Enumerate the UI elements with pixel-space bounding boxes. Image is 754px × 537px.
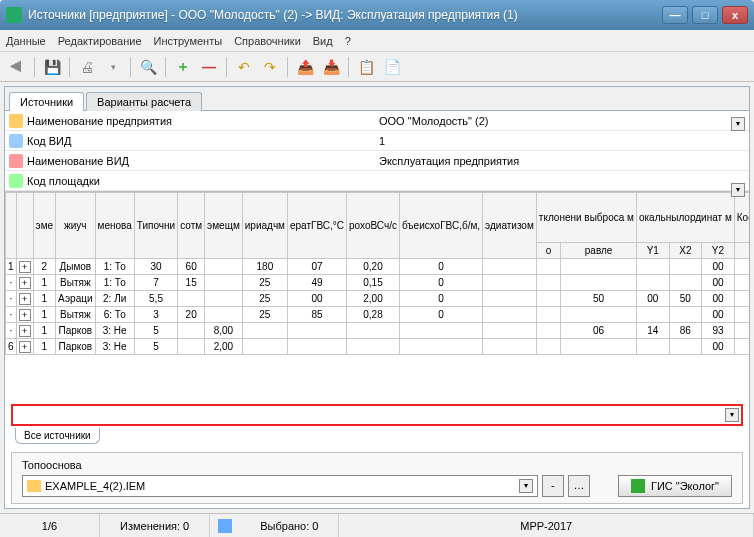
paste-button[interactable]: 📄: [381, 56, 403, 78]
col-local[interactable]: окальнылординат м: [636, 193, 734, 243]
gis-label: ГИС "Эколог": [651, 480, 719, 492]
gis-icon: [631, 479, 645, 493]
redo-button[interactable]: ↷: [259, 56, 281, 78]
enterprise-dropdown[interactable]: ▾: [731, 117, 745, 131]
enterprise-name-value: ООО "Молодость" (2): [379, 115, 488, 127]
site-icon: [9, 174, 23, 188]
folder-icon: [9, 114, 23, 128]
col-zhi[interactable]: жиуч: [56, 193, 95, 259]
menu-help[interactable]: ?: [345, 35, 351, 47]
close-button[interactable]: x: [722, 6, 748, 24]
col-h[interactable]: сотм: [178, 193, 205, 259]
col-num[interactable]: эме: [33, 193, 56, 259]
code-vid-value: 1: [379, 135, 385, 147]
enterprise-name-label: Наименование предприятия: [27, 115, 172, 127]
expand-icon[interactable]: +: [19, 277, 31, 289]
minimize-button[interactable]: —: [662, 6, 688, 24]
col-w[interactable]: ириадчм: [242, 193, 287, 259]
status-position: 1/6: [0, 514, 100, 537]
tab-variants[interactable]: Варианты расчета: [86, 92, 202, 111]
col-type[interactable]: Типочни: [134, 193, 177, 259]
table-row[interactable]: ·+1Парков3: Не58,00061486930614861рас950…: [6, 323, 750, 339]
import-button[interactable]: 📥: [320, 56, 342, 78]
statusbar: 1/6 Изменения: 0 Выбрано: 0 МРР-2017: [0, 513, 754, 537]
footer-panel: Топооснова EXAMPLE_4(2).IEM ▾ - … ГИС "Э…: [11, 452, 743, 504]
main-tabs: Источники Варианты расчета: [5, 87, 749, 111]
status-selected: Выбрано: 0: [240, 514, 339, 537]
expand-icon[interactable]: +: [19, 325, 31, 337]
menu-edit[interactable]: Редактирование: [58, 35, 142, 47]
col-exp[interactable]: [16, 193, 33, 259]
save-button[interactable]: 💾: [41, 56, 63, 78]
col-deviation[interactable]: тклонени выброса м: [536, 193, 636, 243]
topo-label: Топооснова: [22, 459, 732, 471]
menu-refs[interactable]: Справочники: [234, 35, 301, 47]
content-area: Источники Варианты расчета Наименование …: [4, 86, 750, 509]
remove-button[interactable]: —: [198, 56, 220, 78]
table-row[interactable]: 1+2Дымов1: То3060180070,20000001рас01455…: [6, 259, 750, 275]
col-d[interactable]: эмещм: [205, 193, 243, 259]
bottom-tabs: Все источники: [5, 428, 749, 448]
col-row[interactable]: [6, 193, 17, 259]
table-row[interactable]: ·+1Аэраци2: Ли5,525002,00050005000505000…: [6, 291, 750, 307]
table-row[interactable]: ·+1Вытяж1: То71525490,15000001рас3490501…: [6, 275, 750, 291]
add-button[interactable]: ＋: [172, 56, 194, 78]
print-dropdown[interactable]: ▾: [102, 56, 124, 78]
titlebar: Источники [предприятие] - ООО "Молодость…: [0, 0, 754, 30]
search-button[interactable]: 🔍: [137, 56, 159, 78]
folder-icon: [27, 480, 41, 492]
expand-icon[interactable]: +: [19, 341, 31, 353]
data-grid[interactable]: эме жиуч менова Типочни сотм эмещм ириад…: [5, 191, 749, 402]
maximize-button[interactable]: □: [692, 6, 718, 24]
menu-data[interactable]: Данные: [6, 35, 46, 47]
file-input[interactable]: EXAMPLE_4(2).IEM ▾: [22, 475, 538, 497]
vid-name-value: Эксплуатация предприятия: [379, 155, 519, 167]
col-t[interactable]: ератГВС,°С: [287, 193, 346, 259]
col-name[interactable]: менова: [95, 193, 134, 259]
col-a[interactable]: эдиатизом: [483, 193, 537, 259]
app-window: Источники [предприятие] - ООО "Молодость…: [0, 0, 754, 537]
name-icon: [9, 154, 23, 168]
gis-button[interactable]: ГИС "Эколог": [618, 475, 732, 497]
tab-all-sources[interactable]: Все источники: [15, 428, 100, 444]
status-icon: [218, 519, 232, 533]
tab-sources[interactable]: Источники: [9, 92, 84, 111]
app-icon: [6, 7, 22, 23]
print-button[interactable]: 🖨: [76, 56, 98, 78]
filter-bar[interactable]: ▾: [11, 404, 743, 426]
menu-tools[interactable]: Инструменты: [154, 35, 223, 47]
table-row[interactable]: 6+1Парков3: Не52,00000000001рас950550950…: [6, 339, 750, 355]
expand-icon[interactable]: +: [19, 309, 31, 321]
site-dropdown[interactable]: ▾: [731, 183, 745, 197]
code-vid-label: Код ВИД: [27, 135, 71, 147]
code-icon: [9, 134, 23, 148]
col-q[interactable]: бъеисхоГВС,б/м,: [399, 193, 482, 259]
toolbar: ⯇ 💾 🖨 ▾ 🔍 ＋ — ↶ ↷ 📤 📥 📋 📄: [0, 52, 754, 82]
expand-icon[interactable]: +: [19, 293, 31, 305]
window-title: Источники [предприятие] - ООО "Молодость…: [28, 8, 662, 22]
status-changes: Изменения: 0: [100, 514, 210, 537]
vid-name-label: Наименование ВИД: [27, 155, 129, 167]
site-code-label: Код площадки: [27, 175, 100, 187]
expand-icon[interactable]: +: [19, 261, 31, 273]
status-mrr: МРР-2017: [339, 514, 754, 537]
col-coords[interactable]: Координаты в основной системе, м: [734, 193, 749, 243]
browse-button[interactable]: …: [568, 475, 590, 497]
menu-view[interactable]: Вид: [313, 35, 333, 47]
filter-dropdown[interactable]: ▾: [725, 408, 739, 422]
undo-button[interactable]: ↶: [233, 56, 255, 78]
form-area: Наименование предприятия ООО "Молодость"…: [5, 111, 749, 191]
clear-button[interactable]: -: [542, 475, 564, 497]
col-v[interactable]: рохоВСч/с: [347, 193, 400, 259]
export-button[interactable]: 📤: [294, 56, 316, 78]
table-row[interactable]: ·+1Вытяж6: То32025850,28000001рас1323773…: [6, 307, 750, 323]
file-dropdown[interactable]: ▾: [519, 479, 533, 493]
copy-button[interactable]: 📋: [355, 56, 377, 78]
file-name: EXAMPLE_4(2).IEM: [45, 480, 515, 492]
menubar: Данные Редактирование Инструменты Справо…: [0, 30, 754, 52]
back-button[interactable]: ⯇: [6, 56, 28, 78]
